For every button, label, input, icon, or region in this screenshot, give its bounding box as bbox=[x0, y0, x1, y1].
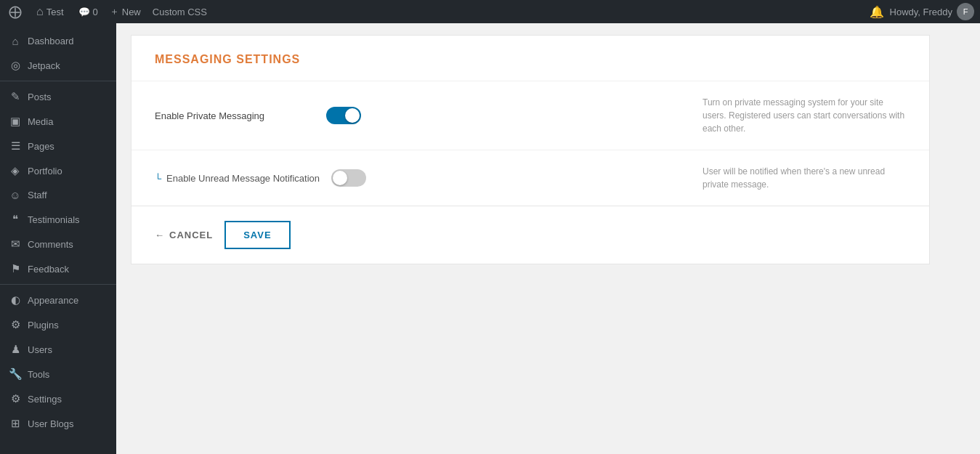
topbar-right: 🔔 Howdy, Freddy F bbox=[870, 3, 974, 20]
sidebar-item-settings[interactable]: ⚙ Settings bbox=[0, 386, 116, 411]
avatar: F bbox=[957, 3, 974, 20]
sidebar-item-media[interactable]: ▣ Media bbox=[0, 109, 116, 134]
posts-icon: ✎ bbox=[9, 90, 22, 103]
feedback-icon: ⚑ bbox=[9, 262, 22, 275]
sidebar-separator-1 bbox=[0, 81, 116, 81]
toggle-area-unread-notification bbox=[331, 169, 691, 187]
userblogs-icon: ⊞ bbox=[9, 417, 22, 430]
cancel-button[interactable]: ← CANCEL bbox=[155, 230, 213, 240]
setting-label-private-messaging: Enable Private Messaging bbox=[155, 110, 315, 121]
sidebar-item-feedback[interactable]: ⚑ Feedback bbox=[0, 256, 116, 281]
sidebar-item-dashboard[interactable]: ⌂ Dashboard bbox=[0, 29, 116, 53]
sidebar-item-plugins[interactable]: ⚙ Plugins bbox=[0, 312, 116, 337]
plugins-icon: ⚙ bbox=[9, 318, 22, 331]
page-title: MESSAGING SETTINGS bbox=[131, 36, 929, 81]
toggle-area-private-messaging bbox=[326, 107, 691, 124]
arrow-left-icon: ← bbox=[155, 230, 165, 240]
sidebar-item-pages[interactable]: ☰ Pages bbox=[0, 134, 116, 158]
toggle-track-on bbox=[326, 107, 361, 124]
sidebar: ⌂ Dashboard ◎ Jetpack ✎ Posts ▣ Media ☰ … bbox=[0, 23, 116, 454]
plus-icon: ＋ bbox=[110, 5, 119, 18]
topbar-custom-css-link[interactable]: Custom CSS bbox=[150, 0, 210, 23]
portfolio-icon: ◈ bbox=[9, 164, 22, 177]
setting-description-unread-notification: User will be notified when there's a new… bbox=[702, 165, 906, 191]
comment-icon: 💬 bbox=[78, 7, 90, 17]
sidebar-item-posts[interactable]: ✎ Posts bbox=[0, 84, 116, 109]
testimonials-icon: ❝ bbox=[9, 213, 22, 226]
tools-icon: 🔧 bbox=[9, 368, 22, 381]
settings-icon: ⚙ bbox=[9, 392, 22, 405]
users-icon: ♟ bbox=[9, 343, 22, 356]
setting-row-private-messaging: Enable Private Messaging Turn on private… bbox=[131, 81, 929, 150]
notifications-icon[interactable]: 🔔 bbox=[870, 5, 884, 19]
sidebar-item-users[interactable]: ♟ Users bbox=[0, 337, 116, 362]
toggle-unread-notification[interactable] bbox=[331, 169, 366, 187]
actions-bar: ← CANCEL SAVE bbox=[131, 206, 929, 264]
sidebar-item-userblogs[interactable]: ⊞ User Blogs bbox=[0, 411, 116, 436]
topbar-site-link[interactable]: ⌂ Test bbox=[33, 0, 67, 23]
staff-icon: ☺ bbox=[9, 189, 22, 201]
sidebar-separator-2 bbox=[0, 284, 116, 285]
sidebar-item-appearance[interactable]: ◐ Appearance bbox=[0, 288, 116, 312]
settings-panel: MESSAGING SETTINGS Enable Private Messag… bbox=[131, 35, 930, 264]
setting-description-private-messaging: Turn on private messaging system for you… bbox=[702, 96, 906, 135]
topbar: ⨁ ⌂ Test 💬 0 ＋ New Custom CSS 🔔 Howdy, F… bbox=[0, 0, 980, 23]
home-icon: ⌂ bbox=[36, 5, 44, 18]
pages-icon: ☰ bbox=[9, 139, 22, 153]
appearance-icon: ◐ bbox=[9, 293, 22, 307]
wp-logo-icon[interactable]: ⨁ bbox=[6, 4, 25, 20]
comments-icon: ✉ bbox=[9, 238, 22, 251]
sidebar-item-jetpack[interactable]: ◎ Jetpack bbox=[0, 53, 116, 78]
user-menu[interactable]: Howdy, Freddy F bbox=[890, 3, 974, 20]
jetpack-icon: ◎ bbox=[9, 59, 22, 72]
sidebar-item-comments[interactable]: ✉ Comments bbox=[0, 232, 116, 256]
toggle-private-messaging[interactable] bbox=[326, 107, 361, 124]
topbar-comments-link[interactable]: 💬 0 bbox=[76, 0, 101, 23]
toggle-thumb bbox=[345, 108, 360, 123]
media-icon: ▣ bbox=[9, 115, 22, 128]
setting-label-unread-notification: Enable Unread Message Notification bbox=[155, 173, 320, 184]
sidebar-item-portfolio[interactable]: ◈ Portfolio bbox=[0, 158, 116, 183]
toggle-thumb-off bbox=[333, 171, 347, 185]
save-button[interactable]: SAVE bbox=[224, 221, 290, 249]
setting-row-unread-notification: Enable Unread Message Notification User … bbox=[131, 150, 929, 206]
sidebar-item-tools[interactable]: 🔧 Tools bbox=[0, 362, 116, 386]
content-area: MESSAGING SETTINGS Enable Private Messag… bbox=[116, 23, 980, 454]
main-layout: ⌂ Dashboard ◎ Jetpack ✎ Posts ▣ Media ☰ … bbox=[0, 23, 980, 454]
toggle-track-off bbox=[331, 169, 366, 187]
dashboard-icon: ⌂ bbox=[9, 35, 22, 47]
topbar-new-button[interactable]: ＋ New bbox=[110, 5, 141, 18]
sidebar-item-staff[interactable]: ☺ Staff bbox=[0, 183, 116, 207]
sidebar-item-testimonials[interactable]: ❝ Testimonials bbox=[0, 207, 116, 232]
